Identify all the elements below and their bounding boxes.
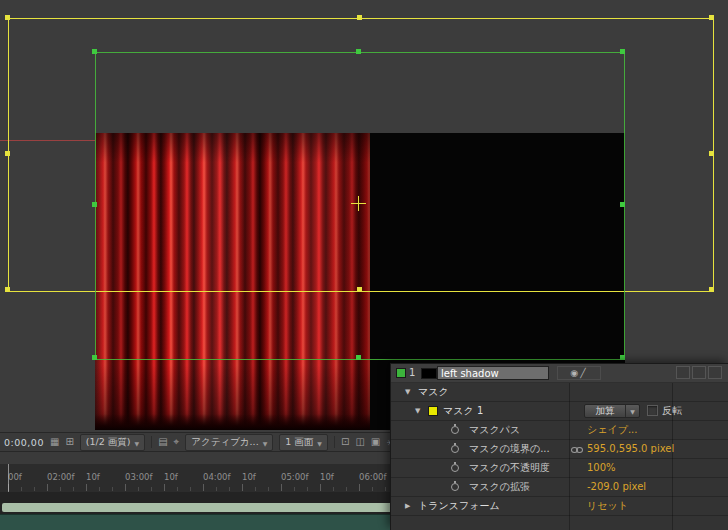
property-name: マスクパス — [469, 421, 520, 439]
fast-preview-icon[interactable] — [355, 437, 364, 447]
layer-color-swatch[interactable] — [396, 368, 406, 378]
ruler-tick — [320, 484, 321, 491]
ruler-tick — [138, 487, 139, 491]
ruler-tick — [177, 487, 178, 491]
ruler-label: 10f — [320, 472, 334, 482]
switch-box[interactable] — [708, 366, 722, 379]
property-value[interactable]: 595.0,595.0 pixel — [587, 440, 674, 458]
layer-handle[interactable] — [92, 202, 97, 207]
pixel-aspect-icon[interactable] — [341, 437, 349, 447]
mask-handle[interactable] — [357, 15, 362, 20]
disclosure-triangle-icon[interactable] — [405, 383, 410, 401]
property-name: マスクの境界の... — [469, 440, 550, 458]
layer-handle[interactable] — [620, 49, 625, 54]
ruler-label: 04:00f — [203, 472, 231, 482]
stopwatch-icon[interactable] — [451, 464, 459, 472]
timeline-button-icon[interactable] — [371, 437, 380, 447]
region-of-interest-icon[interactable] — [158, 437, 167, 447]
ruler-tick — [73, 487, 74, 491]
ruler-tick — [333, 487, 334, 491]
mask-handle[interactable] — [5, 151, 10, 156]
ruler-label: 10f — [242, 472, 256, 482]
mask-group-label: マスク — [418, 383, 449, 401]
stopwatch-icon[interactable] — [451, 426, 459, 434]
ruler-tick — [229, 487, 230, 491]
choose-grid-icon[interactable] — [65, 437, 73, 447]
layer-handle[interactable] — [92, 49, 97, 54]
layer-handle[interactable] — [92, 355, 97, 360]
mask-handle[interactable] — [5, 287, 10, 292]
ruler-tick — [307, 487, 308, 491]
snapshot-icon[interactable] — [174, 437, 180, 447]
mask-handle[interactable] — [357, 287, 362, 292]
transform-group-row[interactable]: トランスフォーム リセット — [391, 497, 728, 516]
chevron-down-icon — [135, 437, 140, 448]
current-time-indicator[interactable] — [8, 464, 9, 492]
view-layout-label: 1 画面 — [285, 436, 313, 449]
ruler-tick — [346, 487, 347, 491]
property-value[interactable]: シェイプ... — [587, 421, 637, 439]
layer-handle[interactable] — [620, 202, 625, 207]
timecode-display[interactable]: 0:00,00 — [4, 437, 44, 448]
chevron-down-icon — [625, 405, 639, 417]
invert-checkbox[interactable] — [647, 405, 658, 416]
ruler-label: 02:00f — [47, 472, 75, 482]
disclosure-triangle-icon[interactable] — [415, 402, 420, 420]
property-value[interactable]: 100% — [587, 459, 616, 477]
ruler-tick — [125, 484, 126, 491]
property-row-mask-feather[interactable]: マスクの境界の... 595.0,595.0 pixel — [391, 440, 728, 459]
mask-handle[interactable] — [709, 287, 714, 292]
ruler-tick — [268, 487, 269, 491]
camera-select[interactable]: アクティブカ... — [185, 434, 273, 451]
layer-index: 1 — [409, 364, 415, 382]
mask-mode-dropdown[interactable]: 加算 — [584, 404, 640, 418]
view-layout-select[interactable]: 1 画面 — [279, 434, 328, 451]
property-value[interactable]: -209.0 pixel — [587, 478, 646, 496]
mask-handle[interactable] — [709, 151, 714, 156]
ruler-tick — [359, 484, 360, 491]
magnification-select[interactable]: (1/2 画質) — [80, 434, 145, 451]
property-row-mask-opacity[interactable]: マスクの不透明度 100% — [391, 459, 728, 478]
mask1-label: マスク 1 — [443, 402, 483, 420]
switch-box[interactable] — [676, 366, 690, 379]
switch-box[interactable] — [692, 366, 706, 379]
property-row-mask-expansion[interactable]: マスクの拡張 -209.0 pixel — [391, 478, 728, 497]
ruler-tick — [47, 484, 48, 491]
ruler-tick — [21, 487, 22, 491]
ruler-tick — [242, 484, 243, 491]
mask1-row[interactable]: マスク 1 加算 反転 — [391, 402, 728, 421]
transform-reset[interactable]: リセット — [587, 497, 628, 515]
mask-handle[interactable] — [5, 15, 10, 20]
ruler-tick — [99, 487, 100, 491]
layer-handle[interactable] — [356, 49, 361, 54]
chevron-down-icon — [263, 437, 268, 448]
mask-color-swatch[interactable] — [428, 406, 438, 416]
ruler-tick — [203, 484, 204, 491]
property-name: マスクの不透明度 — [469, 459, 550, 477]
ruler-tick — [151, 487, 152, 491]
mask-group-row[interactable]: マスク — [391, 383, 728, 402]
ruler-tick — [255, 487, 256, 491]
layer-name-field[interactable]: left shadow — [437, 366, 549, 380]
ruler-tick — [164, 484, 165, 491]
toolbar-divider — [334, 436, 335, 448]
link-dimensions-icon[interactable] — [571, 447, 584, 454]
layer-bounding-box[interactable] — [95, 52, 625, 360]
chevron-down-icon — [317, 437, 322, 448]
ruler-tick — [112, 487, 113, 491]
ruler-tick — [60, 487, 61, 491]
camera-label: アクティブカ... — [191, 436, 258, 449]
layer-switches[interactable]: ◉╱ — [557, 366, 601, 380]
grid-icon[interactable] — [50, 437, 59, 447]
stopwatch-icon[interactable] — [451, 445, 459, 453]
layer-handle[interactable] — [620, 355, 625, 360]
property-row-mask-path[interactable]: マスクパス シェイプ... — [391, 421, 728, 440]
ruler-label: 06:00f — [359, 472, 387, 482]
stopwatch-icon[interactable] — [451, 483, 459, 491]
ruler-tick — [294, 487, 295, 491]
layer-row[interactable]: 1 left shadow ◉╱ — [391, 364, 728, 383]
mask-handle[interactable] — [709, 15, 714, 20]
ruler-tick — [372, 487, 373, 491]
disclosure-triangle-icon[interactable] — [405, 497, 410, 515]
layer-handle[interactable] — [356, 355, 361, 360]
